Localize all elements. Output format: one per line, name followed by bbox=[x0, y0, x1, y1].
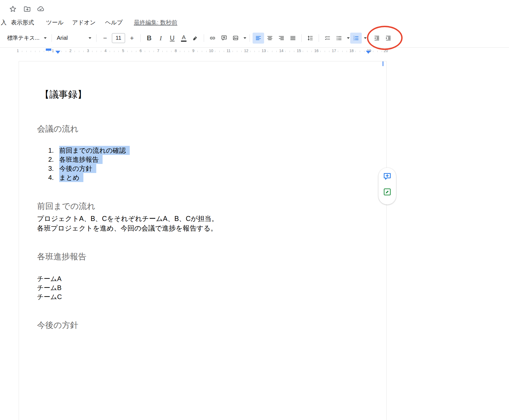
align-right-icon bbox=[278, 35, 284, 41]
decrease-font-size-button[interactable]: − bbox=[99, 33, 111, 44]
checklist-icon bbox=[324, 35, 330, 41]
numbered-list-icon: 123 bbox=[353, 35, 359, 41]
font-size-field[interactable]: 11 bbox=[112, 33, 125, 43]
ruler-number: 14 bbox=[278, 49, 284, 53]
section-heading-progress[interactable]: 各班進捗報告 bbox=[37, 251, 86, 262]
first-line-indent-marker[interactable] bbox=[46, 49, 51, 51]
align-left-button[interactable] bbox=[253, 33, 264, 44]
list-item-number: 1. bbox=[48, 146, 59, 155]
ruler-number: 16 bbox=[313, 49, 319, 53]
ruler-number: 3 bbox=[86, 49, 90, 53]
list-item[interactable]: 2. 各班進捗報告 bbox=[19, 155, 386, 164]
align-center-button[interactable] bbox=[264, 33, 276, 44]
increase-indent-button[interactable] bbox=[383, 33, 394, 44]
ruler-number: 6 bbox=[139, 49, 143, 53]
section-heading-agenda[interactable]: 会議の流れ bbox=[37, 123, 78, 135]
last-edit-link[interactable]: 最終編集: 数秒前 bbox=[134, 19, 177, 26]
bulleted-list-group bbox=[333, 33, 350, 44]
menu-tools[interactable]: ツール bbox=[46, 19, 64, 26]
bulleted-list-button[interactable] bbox=[333, 33, 345, 44]
menu-insert-partial[interactable]: 入 bbox=[1, 19, 7, 26]
align-left-icon bbox=[255, 35, 261, 41]
line-spacing-button[interactable] bbox=[304, 33, 316, 44]
suggest-edit-icon bbox=[383, 188, 391, 196]
increase-indent-icon bbox=[385, 35, 391, 41]
decrease-indent-button[interactable] bbox=[371, 33, 383, 44]
suggest-edits-floating-button[interactable] bbox=[381, 186, 393, 198]
list-item[interactable]: 1. 前回までの流れの確認 bbox=[19, 146, 386, 155]
list-item[interactable]: 3. 今後の方針 bbox=[19, 164, 386, 173]
menu-addons[interactable]: アドオン bbox=[72, 19, 96, 26]
italic-button[interactable]: I bbox=[155, 33, 166, 44]
ruler-number: 1 bbox=[51, 49, 55, 53]
insert-image-dropdown[interactable] bbox=[241, 33, 247, 44]
bulleted-list-dropdown[interactable] bbox=[345, 33, 350, 44]
right-indent-marker[interactable] bbox=[366, 51, 371, 54]
ruler-number: 9 bbox=[191, 49, 195, 53]
font-selector[interactable]: Arial bbox=[55, 33, 94, 44]
add-comment-icon bbox=[221, 35, 227, 41]
add-comment-button[interactable] bbox=[218, 33, 230, 44]
ruler-number: 7 bbox=[156, 49, 160, 53]
paragraph-line: プロジェクトA、B、CをそれぞれチームA、B、Cが担当。 bbox=[37, 214, 218, 223]
body-paragraph[interactable]: プロジェクトA、B、CをそれぞれチームA、B、Cが担当。 各班プロジェクトを進め… bbox=[37, 214, 218, 233]
selected-text: 今後の方針 bbox=[59, 164, 96, 173]
chevron-down-icon bbox=[347, 37, 350, 39]
star-icon[interactable] bbox=[8, 4, 18, 14]
bulleted-list-icon bbox=[336, 35, 342, 41]
selected-text: まとめ bbox=[59, 173, 83, 182]
numbered-list-dropdown[interactable] bbox=[362, 33, 367, 44]
bold-icon: B bbox=[147, 35, 151, 41]
checklist-button[interactable] bbox=[322, 33, 333, 44]
text-color-button[interactable]: A bbox=[178, 33, 190, 44]
insert-image-button[interactable] bbox=[230, 33, 241, 44]
paragraph-line: 各班プロジェクトを進め、今回の会議で進捗を報告する。 bbox=[37, 223, 218, 233]
menu-format[interactable]: 表示形式 bbox=[11, 19, 34, 26]
section-heading-policy[interactable]: 今後の方針 bbox=[37, 320, 78, 331]
section-heading-previous[interactable]: 前回までの流れ bbox=[37, 201, 95, 212]
google-docs-window: 入 表示形式 ツール アドオン ヘルプ 最終編集: 数秒前 標準テキス... A… bbox=[0, 0, 509, 420]
ruler-number: 2 bbox=[69, 49, 72, 53]
increase-font-size-button[interactable]: + bbox=[126, 33, 138, 44]
toolbar-divider bbox=[140, 34, 141, 42]
text-color-icon: A bbox=[181, 34, 186, 42]
team-list[interactable]: チームA チームB チームC bbox=[37, 274, 62, 301]
toolbar-divider bbox=[52, 34, 52, 42]
selected-text: 前回までの流れの確認 bbox=[59, 146, 130, 155]
ruler-number: 11 bbox=[226, 49, 231, 53]
insert-link-button[interactable] bbox=[207, 33, 218, 44]
team-line: チームB bbox=[37, 283, 62, 292]
menu-help[interactable]: ヘルプ bbox=[105, 19, 123, 26]
align-right-button[interactable] bbox=[276, 33, 287, 44]
cloud-saved-icon[interactable] bbox=[36, 4, 45, 14]
ruler-number: 13 bbox=[261, 49, 267, 53]
highlight-color-button[interactable] bbox=[190, 33, 201, 44]
chevron-down-icon bbox=[89, 37, 91, 39]
insert-image-group bbox=[230, 33, 247, 44]
bold-button[interactable]: B bbox=[143, 33, 155, 44]
team-line: チームA bbox=[37, 274, 62, 283]
underline-icon: U bbox=[170, 35, 174, 41]
move-to-folder-icon[interactable] bbox=[22, 4, 32, 14]
document-page[interactable]: 【議事録】 会議の流れ 1. 前回までの流れの確認 2. 各班進捗報告 3. 今… bbox=[19, 61, 387, 420]
cursor-caret bbox=[383, 61, 383, 66]
numbered-list-group: 123 bbox=[350, 33, 367, 44]
list-item[interactable]: 4. まとめ bbox=[19, 173, 386, 182]
toolbar-divider bbox=[204, 34, 204, 42]
add-comment-icon bbox=[383, 172, 391, 181]
toolbar-divider bbox=[319, 34, 319, 42]
italic-icon: I bbox=[160, 35, 162, 41]
toolbar-divider bbox=[301, 34, 302, 42]
chevron-down-icon bbox=[244, 37, 246, 39]
document-title[interactable]: 【議事録】 bbox=[40, 88, 87, 101]
underline-button[interactable]: U bbox=[166, 33, 178, 44]
selected-text: 各班進捗報告 bbox=[59, 155, 103, 164]
list-item-number: 4. bbox=[48, 173, 59, 182]
numbered-list-button[interactable]: 123 bbox=[350, 33, 362, 44]
highlighter-icon bbox=[192, 35, 198, 41]
add-comment-floating-button[interactable] bbox=[381, 171, 393, 183]
paragraph-style-selector[interactable]: 標準テキス... bbox=[5, 33, 49, 44]
numbered-list: 1. 前回までの流れの確認 2. 各班進捗報告 3. 今後の方針 4. まとめ bbox=[19, 146, 386, 182]
left-indent-marker[interactable] bbox=[55, 51, 60, 54]
align-justify-button[interactable] bbox=[287, 33, 299, 44]
